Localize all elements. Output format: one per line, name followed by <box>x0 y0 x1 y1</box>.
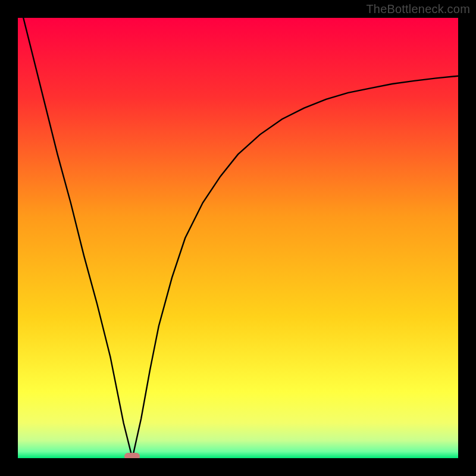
watermark-text: TheBottleneck.com <box>366 2 470 16</box>
bottleneck-curve <box>18 18 458 458</box>
plot-area <box>18 18 458 458</box>
chart-frame: TheBottleneck.com <box>0 0 476 476</box>
optimum-marker <box>124 453 140 458</box>
